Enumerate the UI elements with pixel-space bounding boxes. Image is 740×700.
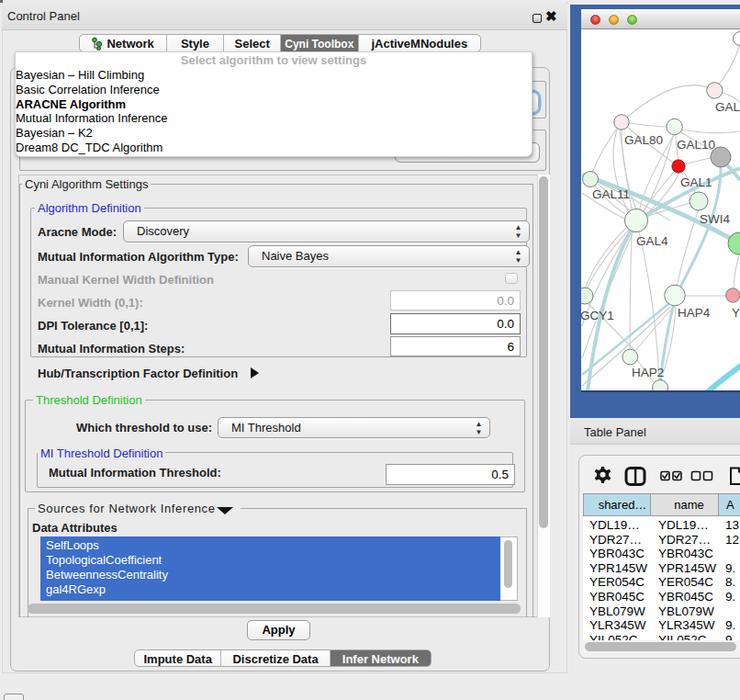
svg-text:GAL80: GAL80: [624, 133, 663, 147]
svg-text:HAP4: HAP4: [678, 306, 711, 320]
svg-text:GAL4: GAL4: [636, 234, 668, 248]
svg-text:GCY1: GCY1: [581, 309, 614, 322]
svg-text:GAL10: GAL10: [677, 138, 715, 152]
svg-text:GAL2: GAL2: [715, 100, 740, 114]
svg-text:SWI4: SWI4: [700, 212, 730, 226]
svg-text:GAL11: GAL11: [592, 187, 630, 201]
svg-text:HAP2: HAP2: [632, 366, 664, 379]
svg-text:Y: Y: [732, 306, 740, 320]
svg-text:GAL1: GAL1: [680, 175, 712, 189]
